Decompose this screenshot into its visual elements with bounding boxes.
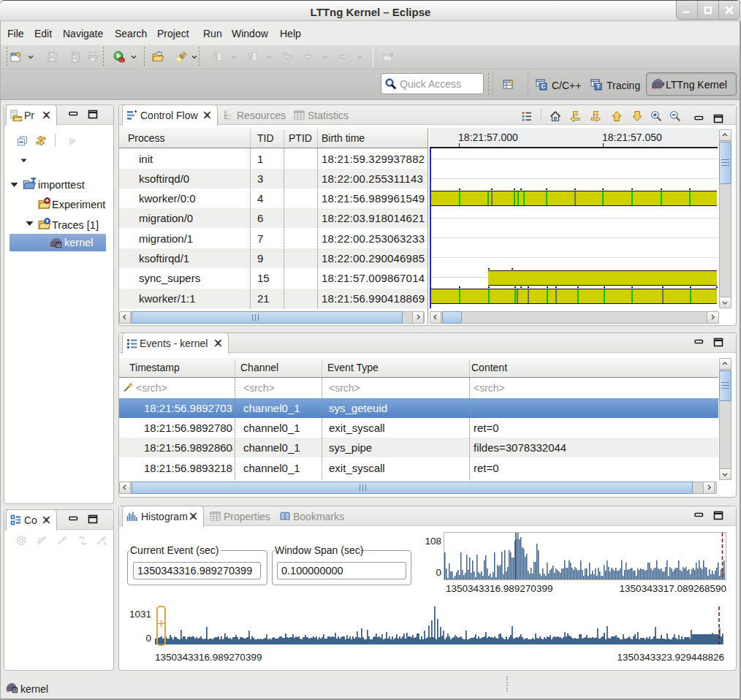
svg-text:T: T	[596, 83, 601, 90]
svg-text:C: C	[541, 83, 545, 90]
